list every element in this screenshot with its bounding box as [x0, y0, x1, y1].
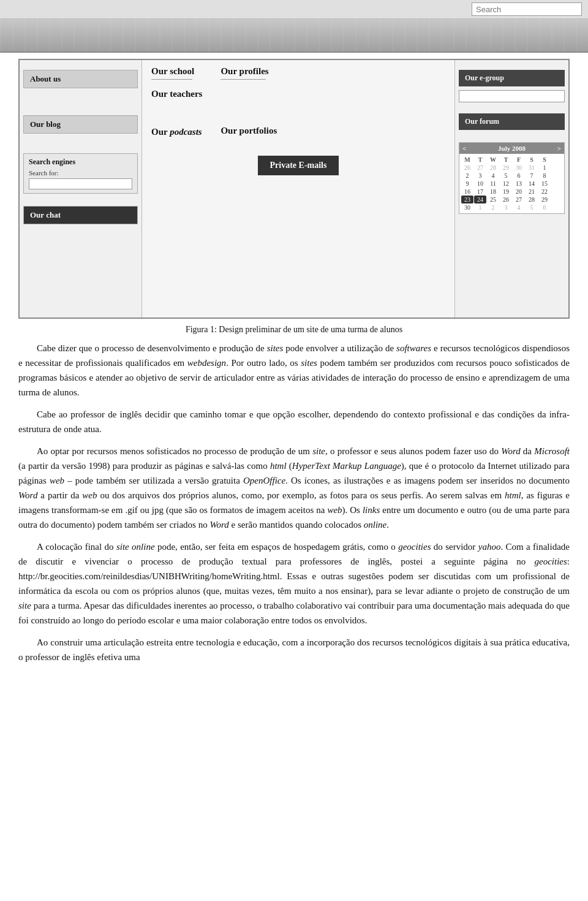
cal-cell-23[interactable]: 23 [461, 196, 473, 203]
calendar-days-header: M T W T F S S [461, 156, 562, 164]
search-for-label: Search for: [29, 169, 132, 177]
our-school-label: Our school [151, 66, 194, 76]
cal-cell-22[interactable]: 22 [538, 188, 551, 196]
cal-cell-27b[interactable]: 27 [513, 196, 525, 203]
cal-header-T1: T [474, 156, 486, 164]
our-school-item[interactable]: Our school [151, 66, 202, 80]
cal-cell-29b[interactable]: 29 [538, 196, 551, 203]
search-input[interactable] [29, 178, 132, 189]
cal-cell-28[interactable]: 28 [487, 164, 499, 172]
article-p5: Ao construir uma articulação estreita en… [18, 635, 570, 664]
top-search-input[interactable] [472, 2, 582, 16]
website-mockup: About us Our blog Search engines Search … [18, 59, 570, 319]
cal-cell-20[interactable]: 20 [513, 188, 525, 196]
calendar-prev[interactable]: < [462, 145, 466, 152]
cal-cell-17[interactable]: 17 [474, 188, 486, 196]
article-p1: Cabe dizer que o processo de desenvolvim… [18, 341, 570, 400]
our-chat-label: Our chat [30, 210, 61, 219]
our-podcasts-item[interactable]: Our podcasts [151, 127, 202, 137]
cal-week-6: 30 1 2 3 4 5 6 [461, 203, 562, 211]
calendar-next[interactable]: > [557, 145, 561, 152]
cal-cell-2[interactable]: 2 [461, 172, 473, 180]
cal-cell-29[interactable]: 29 [500, 164, 512, 172]
cal-cell-21[interactable]: 21 [526, 188, 538, 196]
private-emails-label: Private E-mails [270, 161, 327, 170]
our-teachers-label: Our teachers [151, 89, 202, 99]
calendar-header: < July 2008 > [459, 143, 564, 154]
search-engines-title: Search engines [29, 158, 132, 167]
our-podcasts-label: Our podcasts [151, 127, 202, 137]
our-blog-item[interactable]: Our blog [23, 115, 138, 134]
cal-week-2: 2 3 4 5 6 7 8 [461, 172, 562, 180]
cal-cell-3[interactable]: 3 [474, 172, 486, 180]
cal-cell-11[interactable]: 11 [487, 180, 499, 188]
cal-cell-3b[interactable]: 3 [500, 203, 512, 211]
cal-week-4: 16 17 18 19 20 21 22 [461, 188, 562, 196]
calendar: < July 2008 > M T W T F S S [459, 142, 565, 214]
our-teachers-item[interactable]: Our teachers [151, 89, 202, 99]
center-area: Our school Our teachers Our podcasts Our… [142, 60, 455, 317]
cal-cell-19[interactable]: 19 [500, 188, 512, 196]
cal-cell-30j[interactable]: 30 [513, 164, 525, 172]
center-col-2: Our profiles Our portfolios [221, 66, 277, 137]
egroup-input[interactable] [459, 90, 565, 102]
cal-header-T2: T [500, 156, 512, 164]
cal-cell-8[interactable]: 8 [538, 172, 551, 180]
cal-cell-13[interactable]: 13 [513, 180, 525, 188]
figure-caption: Figura 1: Design preliminar de um site d… [18, 325, 570, 335]
cal-cell-15[interactable]: 15 [538, 180, 551, 188]
cal-cell-6b[interactable]: 6 [538, 203, 551, 211]
our-egroup-label: Our e-group [465, 74, 504, 82]
cal-week-5: 23 24 25 26 27 28 29 [461, 196, 562, 203]
our-chat-item[interactable]: Our chat [23, 206, 138, 224]
calendar-month: July 2008 [498, 145, 526, 152]
top-search-bar [0, 0, 588, 19]
cal-week-3: 9 10 11 12 13 14 15 [461, 180, 562, 188]
center-nav: Our school Our teachers Our podcasts Our… [151, 66, 445, 137]
center-bottom-row: Private E-mails [151, 150, 445, 175]
cal-week-1: 26 27 28 29 30 31 1 [461, 164, 562, 172]
cal-cell-9[interactable]: 9 [461, 180, 473, 188]
our-portfolios-label: Our portfolios [221, 126, 277, 135]
cal-cell-1b[interactable]: 1 [474, 203, 486, 211]
our-forum-label: Our forum [465, 117, 499, 126]
our-egroup-item[interactable]: Our e-group [459, 70, 565, 86]
cal-cell-26[interactable]: 26 [461, 164, 473, 172]
cal-header-F: F [513, 156, 525, 164]
private-emails-button[interactable]: Private E-mails [258, 156, 339, 175]
left-sidebar: About us Our blog Search engines Search … [20, 60, 142, 317]
article-p3: Ao optar por recursos menos sofisticados… [18, 444, 570, 532]
cal-cell-28b[interactable]: 28 [526, 196, 538, 203]
our-profiles-item[interactable]: Our profiles [221, 66, 277, 80]
cal-header-S1: S [526, 156, 538, 164]
cal-cell-18[interactable]: 18 [487, 188, 499, 196]
cal-cell-5b[interactable]: 5 [526, 203, 538, 211]
cal-cell-5[interactable]: 5 [500, 172, 512, 180]
cal-cell-1[interactable]: 1 [538, 164, 551, 172]
cal-cell-24[interactable]: 24 [474, 196, 486, 203]
cal-cell-25[interactable]: 25 [487, 196, 499, 203]
cal-cell-7[interactable]: 7 [526, 172, 538, 180]
cal-cell-27[interactable]: 27 [474, 164, 486, 172]
calendar-grid: M T W T F S S 26 27 28 29 30 [459, 154, 564, 213]
cal-cell-10[interactable]: 10 [474, 180, 486, 188]
right-sidebar: Our e-group Our forum < July 2008 > M [455, 60, 568, 317]
cal-cell-31[interactable]: 31 [526, 164, 538, 172]
cal-cell-16[interactable]: 16 [461, 188, 473, 196]
cal-cell-26b[interactable]: 26 [500, 196, 512, 203]
our-forum-item[interactable]: Our forum [459, 113, 565, 130]
cal-header-W: W [487, 156, 499, 164]
cal-cell-12[interactable]: 12 [500, 180, 512, 188]
center-col-1: Our school Our teachers Our podcasts [151, 66, 202, 137]
article-p2: Cabe ao professor de inglês decidir que … [18, 407, 570, 436]
cal-cell-4b[interactable]: 4 [513, 203, 525, 211]
about-us-label: About us [30, 74, 61, 83]
about-us-item[interactable]: About us [23, 70, 138, 88]
cal-cell-30b[interactable]: 30 [461, 203, 473, 211]
our-profiles-label: Our profiles [221, 66, 268, 76]
cal-cell-2b[interactable]: 2 [487, 203, 499, 211]
cal-cell-4[interactable]: 4 [487, 172, 499, 180]
our-portfolios-item[interactable]: Our portfolios [221, 126, 277, 136]
cal-cell-6[interactable]: 6 [513, 172, 525, 180]
cal-cell-14[interactable]: 14 [526, 180, 538, 188]
